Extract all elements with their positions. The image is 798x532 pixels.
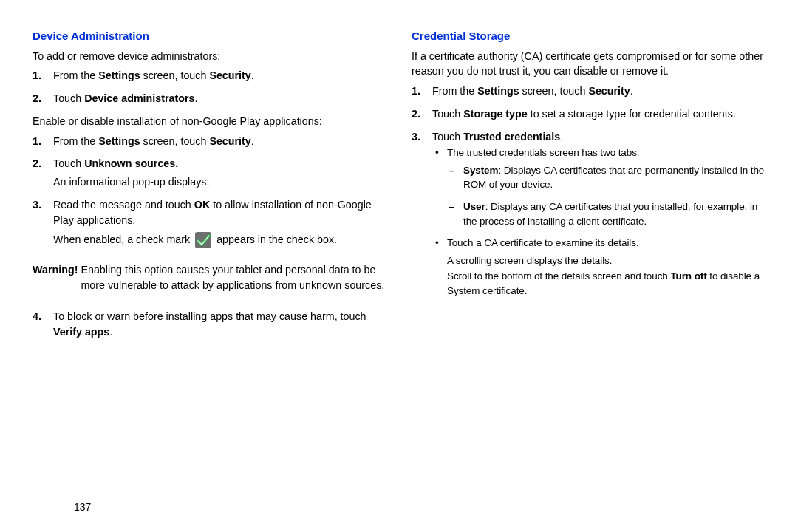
bullet-subtext: Scroll to the bottom of the details scre… — [447, 269, 765, 298]
sub-bullets: The trusted credentials screen has two t… — [432, 146, 765, 298]
step-text: From the Settings screen, touch Security… — [432, 85, 633, 97]
warning-block: Warning! Enabling this option causes you… — [33, 262, 386, 293]
step: 2. Touch Device administrators. — [49, 91, 386, 106]
step-text: Touch Unknown sources. — [53, 157, 178, 169]
right-column: Credential Storage If a certificate auth… — [412, 28, 765, 347]
two-column-layout: Device Administration To add or remove d… — [33, 28, 765, 347]
bullet: The trusted credentials screen has two t… — [443, 146, 765, 228]
checkmark-icon — [195, 232, 211, 248]
step-text: To block or warn before installing apps … — [53, 310, 366, 338]
intro-credential-storage: If a certificate authority (CA) certific… — [412, 49, 765, 79]
step-text: Read the message and touch OK to allow i… — [53, 199, 372, 226]
step: 1. From the Settings screen, touch Secur… — [49, 134, 386, 149]
step-number: 3. — [33, 197, 41, 213]
intro-unknown-sources: Enable or disable installation of non-Go… — [33, 114, 386, 129]
step: 3. Touch Trusted credentials. The truste… — [428, 129, 765, 299]
step-number: 2. — [412, 106, 420, 122]
dash-item: System: Displays CA certificates that ar… — [459, 163, 765, 192]
step-text: From the Settings screen, touch Security… — [53, 69, 254, 81]
bullet: Touch a CA certificate to examine its de… — [443, 236, 765, 298]
step: 2. Touch Unknown sources. An information… — [49, 156, 386, 189]
warning-label: Warning! — [33, 262, 78, 293]
step-number: 3. — [412, 129, 420, 145]
left-column: Device Administration To add or remove d… — [33, 28, 386, 347]
warning-text: Enabling this option causes your tablet … — [81, 262, 386, 293]
step-text: From the Settings screen, touch Security… — [53, 135, 254, 147]
steps-credential-storage: 1. From the Settings screen, touch Secur… — [412, 83, 765, 298]
step-number: 2. — [33, 156, 41, 171]
step: 1. From the Settings screen, touch Secur… — [428, 83, 765, 99]
step: 4. To block or warn before installing ap… — [49, 309, 386, 339]
step: 3. Read the message and touch OK to allo… — [49, 197, 386, 249]
step-text: Touch Trusted credentials. — [432, 131, 563, 143]
section-title-credential-storage: Credential Storage — [412, 28, 765, 44]
divider — [33, 301, 386, 301]
divider — [33, 256, 386, 256]
manual-page: Device Administration To add or remove d… — [0, 0, 798, 532]
section-title-device-admin: Device Administration — [33, 28, 386, 44]
step-subtext: An informational pop-up displays. — [53, 174, 386, 190]
step-text: Touch Device administrators. — [53, 92, 198, 104]
tab-list: System: Displays CA certificates that ar… — [447, 163, 765, 228]
step-number: 2. — [33, 91, 41, 106]
step-subtext: When enabled, a check mark appears in th… — [53, 232, 386, 248]
steps-unknown-sources: 1. From the Settings screen, touch Secur… — [33, 134, 386, 249]
page-number: 137 — [74, 501, 91, 513]
dash-item: User: Displays any CA certificates that … — [459, 200, 765, 228]
step: 2. Touch Storage type to set a storage t… — [428, 106, 765, 122]
step: 1. From the Settings screen, touch Secur… — [49, 68, 386, 83]
step-number: 1. — [33, 134, 41, 149]
step-text: Touch Storage type to set a storage type… — [432, 108, 736, 120]
step-number: 4. — [33, 309, 41, 324]
step-number: 1. — [412, 83, 420, 99]
steps-verify-apps: 4. To block or warn before installing ap… — [33, 309, 386, 339]
intro-add-remove-admins: To add or remove device administrators: — [33, 49, 386, 64]
step-number: 1. — [33, 68, 41, 83]
bullet-subtext: A scrolling screen displays the details. — [447, 253, 765, 268]
steps-device-admins: 1. From the Settings screen, touch Secur… — [33, 68, 386, 106]
